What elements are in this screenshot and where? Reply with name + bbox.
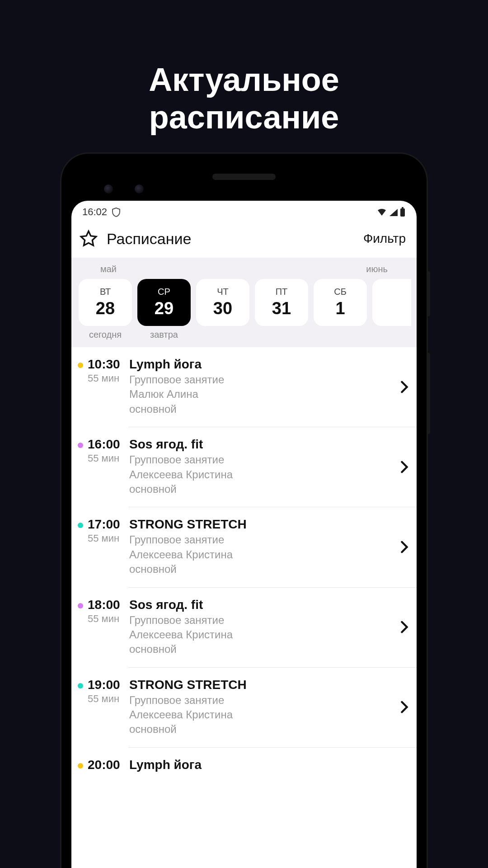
event-duration: 55 мин bbox=[88, 453, 129, 464]
event-duration: 55 мин bbox=[88, 373, 129, 384]
event-row[interactable]: 19:0055 минSTRONG STRETCHГрупповое занят… bbox=[71, 668, 417, 748]
day-number: 29 bbox=[155, 299, 174, 318]
status-time: 16:02 bbox=[82, 206, 107, 218]
event-meta: Групповое занятиеАлексеева Кристинаоснов… bbox=[129, 453, 395, 496]
event-name: STRONG STRETCH bbox=[129, 678, 395, 692]
event-color-dot bbox=[78, 363, 83, 368]
phone-side-button bbox=[427, 353, 430, 434]
day-sublabel: сегодня bbox=[79, 330, 132, 340]
event-meta: Групповое занятиеАлексеева Кристинаоснов… bbox=[129, 693, 395, 737]
event-list[interactable]: 10:3055 минLymph йогаГрупповое занятиеМа… bbox=[71, 347, 417, 783]
filter-button[interactable]: Фильтр bbox=[363, 231, 406, 246]
event-color-dot bbox=[78, 523, 83, 528]
day-of-week: СР bbox=[158, 287, 170, 297]
event-time: 17:00 bbox=[88, 517, 129, 532]
event-color-dot bbox=[78, 443, 83, 448]
event-color-dot bbox=[78, 683, 83, 689]
promo-title: Актуальное расписание bbox=[0, 0, 488, 136]
promo-line2: расписание bbox=[149, 99, 339, 135]
event-name: Lymph йога bbox=[129, 357, 395, 372]
day-sublabel bbox=[372, 330, 417, 340]
event-time: 16:00 bbox=[88, 437, 129, 452]
event-time: 20:00 bbox=[88, 758, 129, 772]
event-row[interactable]: 10:3055 минLymph йогаГрупповое занятиеМа… bbox=[71, 347, 417, 427]
day-of-week: ВТ bbox=[100, 287, 111, 297]
month-label-right: июнь bbox=[366, 264, 388, 274]
page-title: Расписание bbox=[107, 230, 363, 248]
day-tile[interactable]: ВТ28 bbox=[79, 279, 132, 326]
day-tile[interactable]: ЧТ30 bbox=[196, 279, 249, 326]
event-duration: 55 мин bbox=[88, 613, 129, 625]
event-duration: 55 мин bbox=[88, 693, 129, 705]
day-number: 31 bbox=[272, 299, 291, 318]
svg-rect-1 bbox=[402, 207, 404, 208]
event-time: 10:30 bbox=[88, 357, 129, 372]
day-labels: сегоднязавтра bbox=[77, 330, 411, 340]
day-tile[interactable]: СБ1 bbox=[314, 279, 367, 326]
svg-rect-0 bbox=[400, 208, 405, 217]
day-sublabel bbox=[196, 330, 249, 340]
phone-side-button bbox=[427, 271, 430, 316]
day-of-week: СБ bbox=[334, 287, 347, 297]
event-duration: 55 мин bbox=[88, 533, 129, 544]
event-row[interactable]: 20:00Lymph йога bbox=[71, 748, 417, 783]
battery-icon bbox=[399, 207, 406, 217]
shield-icon bbox=[112, 207, 121, 217]
month-label-left: май bbox=[100, 264, 117, 274]
event-meta: Групповое занятиеАлексеева Кристинаоснов… bbox=[129, 613, 395, 657]
event-meta: Групповое занятиеАлексеева Кристинаоснов… bbox=[129, 533, 395, 576]
day-number: 28 bbox=[96, 299, 115, 318]
status-bar: 16:02 bbox=[71, 201, 417, 222]
event-row[interactable]: 16:0055 минSos ягод. fitГрупповое заняти… bbox=[71, 427, 417, 507]
event-row[interactable]: 18:0055 минSos ягод. fitГрупповое заняти… bbox=[71, 588, 417, 668]
event-color-dot bbox=[78, 603, 83, 609]
day-sublabel: завтра bbox=[137, 330, 191, 340]
chevron-right-icon bbox=[400, 598, 408, 657]
event-time: 19:00 bbox=[88, 678, 129, 692]
event-name: Sos ягод. fit bbox=[129, 437, 395, 452]
chevron-right-icon bbox=[400, 517, 408, 576]
event-name: Lymph йога bbox=[129, 758, 403, 772]
event-time: 18:00 bbox=[88, 598, 129, 612]
chevron-right-icon bbox=[400, 678, 408, 737]
day-sublabel bbox=[255, 330, 308, 340]
event-color-dot bbox=[78, 763, 83, 769]
day-tiles[interactable]: ВТ28СР29ЧТ30ПТ31СБ1 bbox=[77, 279, 411, 326]
chevron-right-icon bbox=[400, 437, 408, 496]
day-of-week: ЧТ bbox=[217, 287, 229, 297]
app-screen: 16:02 bbox=[71, 201, 417, 868]
day-sublabel bbox=[314, 330, 367, 340]
day-tile[interactable] bbox=[372, 279, 411, 326]
date-strip: май июнь ВТ28СР29ЧТ30ПТ31СБ1 сегоднязавт… bbox=[71, 258, 417, 347]
event-name: STRONG STRETCH bbox=[129, 517, 395, 532]
day-tile[interactable]: СР29 bbox=[137, 279, 191, 326]
day-of-week: ПТ bbox=[276, 287, 288, 297]
phone-camera bbox=[104, 184, 113, 193]
day-tile[interactable]: ПТ31 bbox=[255, 279, 308, 326]
phone-frame: 16:02 bbox=[61, 154, 427, 868]
day-number: 30 bbox=[213, 299, 232, 318]
day-number: 1 bbox=[335, 299, 345, 318]
event-name: Sos ягод. fit bbox=[129, 598, 395, 612]
app-bar: Расписание Фильтр bbox=[71, 222, 417, 258]
wifi-icon bbox=[377, 208, 387, 216]
phone-speaker bbox=[212, 174, 276, 180]
promo-line1: Актуальное bbox=[149, 61, 339, 98]
star-icon[interactable] bbox=[80, 230, 98, 248]
signal-icon bbox=[389, 208, 398, 216]
chevron-right-icon bbox=[400, 357, 408, 416]
phone-camera bbox=[135, 184, 144, 193]
phone-inner: 16:02 bbox=[71, 164, 417, 868]
event-meta: Групповое занятиеМалюк Алинаосновной bbox=[129, 373, 395, 416]
event-row[interactable]: 17:0055 минSTRONG STRETCHГрупповое занят… bbox=[71, 507, 417, 587]
